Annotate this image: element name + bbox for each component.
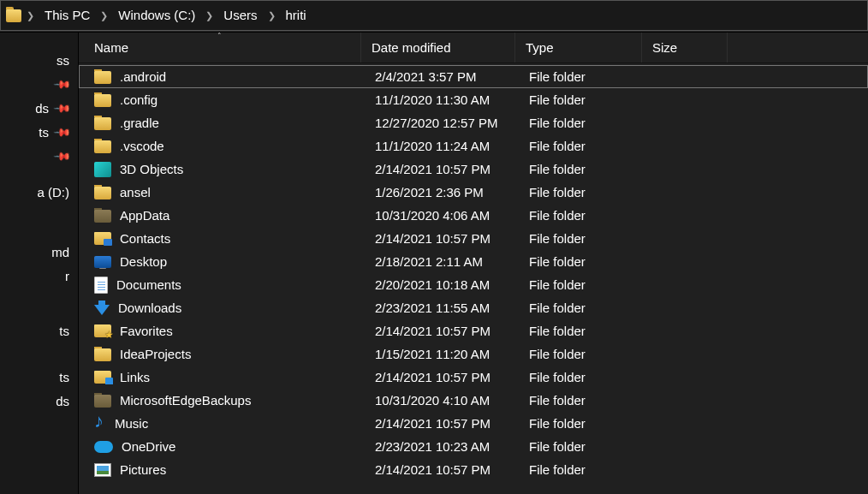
file-type-cell: File folder <box>519 301 645 315</box>
column-header-label: Size <box>652 40 677 55</box>
sidebar-item[interactable]: md <box>0 240 78 264</box>
file-name-cell[interactable]: Documents <box>94 277 365 294</box>
file-row[interactable]: Documents2/20/2021 10:18 AMFile folder <box>79 273 868 296</box>
sidebar-item[interactable]: ts <box>0 318 78 342</box>
navigation-pane[interactable]: ss 📌 ds📌 ts📌 📌 a (D:) md r ts ts ds <box>0 33 79 494</box>
file-row[interactable]: Pictures2/14/2021 10:57 PMFile folder <box>79 458 868 481</box>
file-row[interactable]: .android2/4/2021 3:57 PMFile folder <box>79 65 868 88</box>
folder-icon <box>94 71 111 84</box>
sidebar-item[interactable]: ds <box>0 389 78 413</box>
file-row[interactable]: .gradle12/27/2020 12:57 PMFile folder <box>79 111 868 134</box>
pin-icon: 📌 <box>53 98 72 117</box>
column-header-date[interactable]: Date modified <box>361 33 515 62</box>
file-type-cell: File folder <box>519 439 645 454</box>
file-date-cell: 2/4/2021 3:57 PM <box>365 69 519 84</box>
file-name-cell[interactable]: AppData <box>94 208 365 223</box>
links-icon <box>94 371 111 384</box>
file-name-cell[interactable]: Links <box>94 370 365 384</box>
sidebar-item-label: ts <box>39 125 49 140</box>
file-row[interactable]: Desktop2/18/2021 2:11 AMFile folder <box>79 250 868 273</box>
file-row[interactable]: IdeaProjects1/15/2021 11:20 AMFile folde… <box>79 342 868 366</box>
file-name-cell[interactable]: Contacts <box>94 231 365 246</box>
file-row[interactable]: .vscode11/1/2020 11:24 AMFile folder <box>79 134 868 158</box>
sidebar-item[interactable]: ds📌 <box>0 96 78 120</box>
file-date-cell: 2/23/2021 11:55 AM <box>365 301 519 315</box>
file-name-cell[interactable]: MicrosoftEdgeBackups <box>94 393 365 408</box>
file-row[interactable]: Favorites2/14/2021 10:57 PMFile folder <box>79 319 868 342</box>
sidebar-item-label: ds <box>35 101 49 116</box>
file-row[interactable]: OneDrive2/23/2021 10:23 AMFile folder <box>79 435 868 458</box>
file-row[interactable]: Contacts2/14/2021 10:57 PMFile folder <box>79 227 868 250</box>
file-name-label: OneDrive <box>122 439 175 454</box>
file-row[interactable]: 3D Objects2/14/2021 10:57 PMFile folder <box>79 158 868 181</box>
column-header-label: Date modified <box>372 40 451 55</box>
file-name-cell[interactable]: Desktop <box>94 254 365 269</box>
file-name-cell[interactable]: Music <box>94 415 365 432</box>
file-name-cell[interactable]: .android <box>94 69 365 84</box>
file-row[interactable]: Music2/14/2021 10:57 PMFile folder <box>79 412 868 435</box>
file-name-cell[interactable]: Pictures <box>94 462 365 477</box>
column-header-size[interactable]: Size <box>642 33 728 62</box>
file-name-cell[interactable]: 3D Objects <box>94 162 365 177</box>
file-name-cell[interactable]: .config <box>94 92 365 107</box>
chevron-right-icon[interactable]: ❯ <box>266 10 277 21</box>
file-name-cell[interactable]: Downloads <box>94 301 365 315</box>
sidebar-item[interactable]: a (D:) <box>0 180 78 204</box>
file-type-cell: File folder <box>519 69 645 84</box>
file-type-cell: File folder <box>519 347 645 361</box>
folder-dark-icon <box>94 210 111 223</box>
file-type-cell: File folder <box>519 462 645 477</box>
file-row[interactable]: MicrosoftEdgeBackups10/31/2020 4:10 AMFi… <box>79 389 868 412</box>
sidebar-section-drives: a (D:) <box>0 176 78 236</box>
sidebar-section: md r <box>0 236 78 296</box>
file-date-cell: 2/23/2021 10:23 AM <box>365 439 519 454</box>
file-date-cell: 2/14/2021 10:57 PM <box>365 416 519 431</box>
file-type-cell: File folder <box>519 393 645 408</box>
chevron-right-icon[interactable]: ❯ <box>204 10 215 21</box>
column-header-name[interactable]: ˄ Name <box>79 33 361 62</box>
chevron-right-icon[interactable]: ❯ <box>25 10 36 21</box>
sidebar-item[interactable]: ts <box>0 365 78 389</box>
file-name-cell[interactable]: .gradle <box>94 116 365 130</box>
breadcrumb-segment[interactable]: Windows (C:) <box>113 1 200 30</box>
file-row[interactable]: AppData10/31/2020 4:06 AMFile folder <box>79 204 868 227</box>
file-name-label: Contacts <box>120 231 170 246</box>
address-bar[interactable]: ❯ This PC ❯ Windows (C:) ❯ Users ❯ hriti <box>0 0 868 31</box>
breadcrumb-segment[interactable]: Users <box>218 1 262 30</box>
file-date-cell: 12/27/2020 12:57 PM <box>365 116 519 130</box>
sidebar-item[interactable]: 📌 <box>0 144 78 168</box>
file-name-label: Desktop <box>120 254 167 269</box>
file-name-label: .android <box>120 69 166 84</box>
sidebar-item[interactable]: r <box>0 264 78 288</box>
file-date-cell: 2/14/2021 10:57 PM <box>365 324 519 338</box>
column-header-type[interactable]: Type <box>515 33 642 62</box>
sidebar-item[interactable]: 📌 <box>0 72 78 96</box>
file-type-cell: File folder <box>519 277 645 292</box>
file-name-cell[interactable]: Favorites <box>94 324 365 338</box>
file-type-cell: File folder <box>519 324 645 338</box>
sidebar-item[interactable]: ts📌 <box>0 120 78 144</box>
folder-icon <box>94 117 111 130</box>
file-row[interactable]: Links2/14/2021 10:57 PMFile folder <box>79 366 868 389</box>
sidebar-section: ts ds <box>0 351 78 421</box>
download-icon <box>94 305 110 315</box>
sidebar-item-label: r <box>65 269 69 283</box>
sidebar-section: ts <box>0 296 78 351</box>
file-date-cell: 1/26/2021 2:36 PM <box>365 185 519 199</box>
sidebar-item[interactable] <box>0 204 78 228</box>
file-name-cell[interactable]: .vscode <box>94 139 365 153</box>
file-name-cell[interactable]: IdeaProjects <box>94 347 365 361</box>
file-row[interactable]: ansel1/26/2021 2:36 PMFile folder <box>79 181 868 204</box>
file-name-cell[interactable]: ansel <box>94 185 365 199</box>
breadcrumb-segment[interactable]: This PC <box>39 1 95 30</box>
sidebar-item[interactable]: ss <box>0 48 78 72</box>
file-type-cell: File folder <box>519 370 645 384</box>
file-row[interactable]: Downloads2/23/2021 11:55 AMFile folder <box>79 296 868 319</box>
sidebar-item-label: ds <box>56 394 69 408</box>
file-name-cell[interactable]: OneDrive <box>94 439 365 454</box>
breadcrumb-segment[interactable]: hriti <box>281 1 312 30</box>
file-row[interactable]: .config11/1/2020 11:30 AMFile folder <box>79 88 868 111</box>
chevron-right-icon[interactable]: ❯ <box>98 10 110 21</box>
column-header-label: Type <box>526 40 554 55</box>
sidebar-item-label: a (D:) <box>38 185 70 199</box>
